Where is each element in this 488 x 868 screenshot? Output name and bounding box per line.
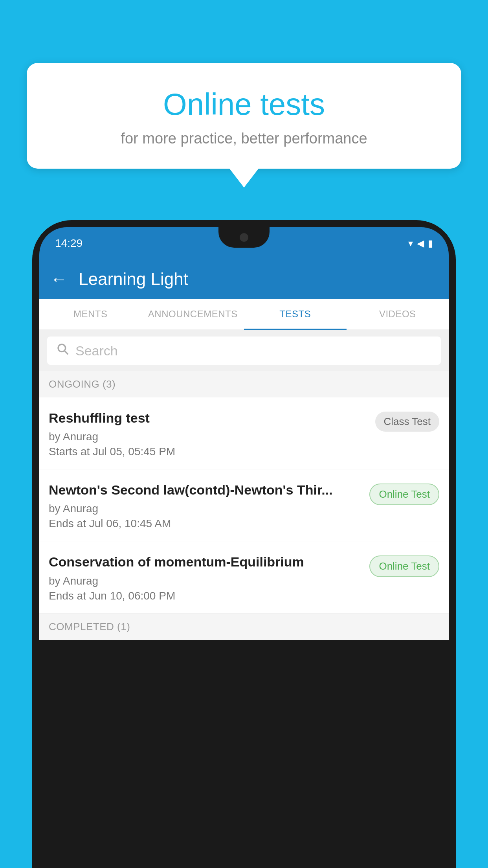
search-container: Search	[39, 330, 449, 371]
test-item-3-time: Ends at Jun 10, 06:00 PM	[49, 590, 361, 602]
test-item-2-author: by Anurag	[49, 502, 361, 515]
phone-frame: 14:29 ▾ ◀ ▮ ← Learning Light MENTS ANNOU…	[32, 220, 456, 868]
speech-bubble-subtitle: for more practice, better performance	[46, 130, 442, 147]
tab-videos[interactable]: VIDEOS	[347, 299, 449, 329]
speech-bubble: Online tests for more practice, better p…	[27, 63, 461, 169]
test-item-1[interactable]: Reshuffling test by Anurag Starts at Jul…	[39, 397, 449, 469]
test-item-3-title: Conservation of momentum-Equilibrium	[49, 553, 361, 570]
test-item-3-content: Conservation of momentum-Equilibrium by …	[49, 553, 369, 602]
signal-icon: ◀	[417, 238, 424, 249]
app-bar: ← Learning Light	[39, 259, 449, 299]
speech-bubble-title: Online tests	[46, 86, 442, 122]
test-item-1-author: by Anurag	[49, 430, 367, 443]
ongoing-section-header: ONGOING (3)	[39, 371, 449, 397]
battery-icon: ▮	[428, 238, 433, 249]
camera-dot	[240, 233, 248, 242]
screen-content: MENTS ANNOUNCEMENTS TESTS VIDEOS	[39, 299, 449, 640]
app-bar-title: Learning Light	[79, 269, 188, 289]
svg-line-1	[65, 351, 68, 355]
test-item-1-content: Reshuffling test by Anurag Starts at Jul…	[49, 409, 375, 458]
test-item-2-title: Newton's Second law(contd)-Newton's Thir…	[49, 481, 361, 498]
wifi-icon: ▾	[408, 238, 413, 249]
test-item-2[interactable]: Newton's Second law(contd)-Newton's Thir…	[39, 469, 449, 541]
back-button[interactable]: ←	[50, 270, 68, 288]
phone-notch	[218, 227, 270, 248]
test-item-2-content: Newton's Second law(contd)-Newton's Thir…	[49, 481, 369, 530]
tabs-bar: MENTS ANNOUNCEMENTS TESTS VIDEOS	[39, 299, 449, 330]
test-item-1-title: Reshuffling test	[49, 409, 367, 427]
search-box[interactable]: Search	[47, 337, 441, 365]
status-bar: 14:29 ▾ ◀ ▮	[39, 227, 449, 259]
tab-ments[interactable]: MENTS	[39, 299, 142, 329]
search-placeholder: Search	[75, 343, 118, 359]
test-item-2-badge: Online Test	[369, 484, 439, 505]
test-item-3-author: by Anurag	[49, 575, 361, 587]
svg-point-0	[58, 344, 66, 352]
test-item-1-time: Starts at Jul 05, 05:45 PM	[49, 445, 367, 458]
test-item-3[interactable]: Conservation of momentum-Equilibrium by …	[39, 541, 449, 613]
tab-announcements[interactable]: ANNOUNCEMENTS	[142, 299, 244, 329]
status-icons: ▾ ◀ ▮	[408, 238, 433, 249]
status-time: 14:29	[55, 237, 83, 250]
search-icon	[57, 342, 69, 359]
completed-section-header: COMPLETED (1)	[39, 614, 449, 640]
test-item-3-badge: Online Test	[369, 555, 439, 577]
test-item-1-badge: Class Test	[375, 412, 439, 432]
tab-tests[interactable]: TESTS	[244, 299, 347, 329]
test-item-2-time: Ends at Jul 06, 10:45 AM	[49, 517, 361, 530]
